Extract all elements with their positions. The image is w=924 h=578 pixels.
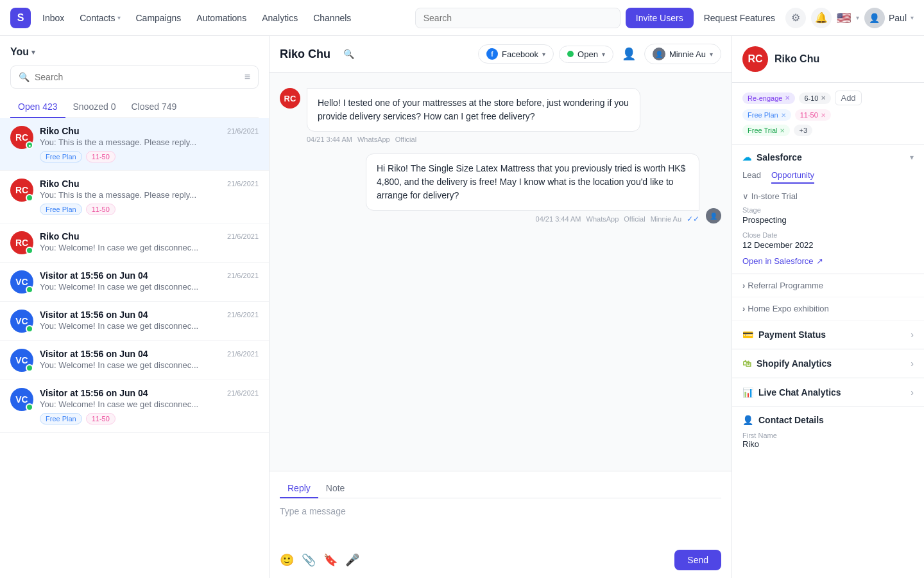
facebook-icon: f xyxy=(486,48,498,60)
avatar: RC xyxy=(10,231,33,254)
status-selector[interactable]: Open xyxy=(559,46,613,63)
you-chevron xyxy=(31,48,35,57)
home-expo-toggle[interactable]: Home Expo exhibition xyxy=(732,297,924,320)
live-chat-analytics-section: 📊 Live Chat Analytics › xyxy=(732,378,924,407)
tab-reply[interactable]: Reply xyxy=(280,479,318,498)
app-logo[interactable]: S xyxy=(10,8,31,28)
conv-preview: You: Welcome! In case we get disconnec..… xyxy=(40,399,259,409)
chat-search-button[interactable]: 🔍 xyxy=(338,44,359,64)
conv-date: 21/6/2021 xyxy=(227,127,259,135)
message-meta: 04/21 3:44 AM WhatsApp Official Minnie A… xyxy=(366,215,699,223)
agent-chevron xyxy=(710,51,713,58)
search-input[interactable] xyxy=(35,72,239,82)
tab-opportunity[interactable]: Opportunity xyxy=(771,170,814,184)
reply-input[interactable]: Type a message xyxy=(280,506,721,545)
agent-selector[interactable]: 👤 Minnie Au xyxy=(644,44,721,64)
list-item[interactable]: RC ● Riko Chu 21/6/2021 You: This is the… xyxy=(0,118,269,171)
nav-channels[interactable]: Channels xyxy=(307,9,357,27)
whatsapp-status-dot xyxy=(26,403,33,411)
search-container xyxy=(415,8,620,28)
you-dropdown[interactable]: You xyxy=(10,46,259,58)
conversation-search: 🔍 ≡ xyxy=(10,66,259,89)
user-menu[interactable]: 👤 Paul xyxy=(864,8,914,28)
bookmark-icon[interactable]: 🔖 xyxy=(323,553,338,567)
nav-campaigns[interactable]: Campaigns xyxy=(130,9,188,27)
list-item[interactable]: VC Visitor at 15:56 on Jun 04 21/6/2021 … xyxy=(0,341,269,380)
invite-users-button[interactable]: Invite Users xyxy=(626,8,694,28)
live-chat-header[interactable]: 📊 Live Chat Analytics › xyxy=(732,378,924,407)
conv-preview: You: Welcome! In case we get disconnec..… xyxy=(40,243,259,252)
contact-name: Riko Chu xyxy=(40,231,79,241)
shopify-header[interactable]: 🛍 Shopify Analytics › xyxy=(732,349,924,378)
salesforce-chevron xyxy=(910,153,914,162)
send-button[interactable]: Send xyxy=(674,550,721,570)
emoji-icon[interactable]: 🙂 xyxy=(280,553,294,567)
add-tag-button[interactable]: Add xyxy=(835,91,861,105)
status-label: Open xyxy=(578,49,598,59)
list-item[interactable]: RC Riko Chu 21/6/2021 You: Welcome! In c… xyxy=(0,223,269,263)
message-bubble: Hello! I tested one of your mattresses a… xyxy=(307,88,640,132)
contact-info: RC Riko Chu xyxy=(742,46,914,72)
in-store-trial-toggle[interactable]: In-store Trial xyxy=(742,191,914,201)
avatar: VC xyxy=(10,349,33,372)
remove-tag-re-engage[interactable]: ✕ xyxy=(785,94,790,101)
salesforce-header[interactable]: ☁ Salesforce xyxy=(732,144,924,170)
contact-details-icon: 👤 xyxy=(742,415,753,425)
list-item[interactable]: VC Visitor at 15:56 on Jun 04 21/6/2021 … xyxy=(0,263,269,302)
close-date-value: 12 December 2022 xyxy=(742,240,914,250)
payment-status-header[interactable]: 💳 Payment Status › xyxy=(732,320,924,349)
language-flag[interactable]: 🇺🇸 xyxy=(837,11,851,25)
chat-header-actions: f Facebook Open 👤 👤 Minnie Au xyxy=(478,44,721,64)
reply-actions: 🙂 📎 🔖 🎤 Send xyxy=(280,550,721,570)
status-tabs: Open 423 Snoozed 0 Closed 749 xyxy=(10,96,259,118)
attachment-icon[interactable]: 📎 xyxy=(302,553,316,567)
tag-11-50: 11-50 xyxy=(86,151,116,162)
nav-inbox[interactable]: Inbox xyxy=(36,9,71,27)
salesforce-title: ☁ Salesforce xyxy=(742,152,802,162)
tab-snoozed[interactable]: Snoozed 0 xyxy=(65,96,124,118)
chat-header: Riko Chu 🔍 f Facebook Open 👤 👤 Minnie Au xyxy=(270,36,732,73)
open-in-salesforce-link[interactable]: Open in Salesforce ↗ xyxy=(742,256,914,266)
remove-tag-6-10[interactable]: ✕ xyxy=(821,94,826,101)
tab-note[interactable]: Note xyxy=(318,479,353,498)
tag-more[interactable]: +3 xyxy=(794,125,812,136)
conv-preview: You: Welcome! In case we get disconnec..… xyxy=(40,321,259,331)
assign-agent-icon[interactable]: 👤 xyxy=(619,44,639,64)
status-chevron xyxy=(602,51,605,58)
search-input[interactable] xyxy=(415,8,620,28)
remove-tag-free-plan[interactable]: ✕ xyxy=(781,112,786,119)
list-item[interactable]: VC Visitor at 15:56 on Jun 04 21/6/2021 … xyxy=(0,380,269,433)
referral-programme-toggle[interactable]: Referral Programme xyxy=(732,274,924,297)
remove-tag-11-50[interactable]: ✕ xyxy=(821,112,826,119)
tag-6-10: 6-10 ✕ xyxy=(799,92,831,104)
conv-tags: Free Plan 11-50 xyxy=(40,204,259,215)
channel-selector[interactable]: f Facebook xyxy=(478,44,554,64)
list-item[interactable]: RC Riko Chu 21/6/2021 You: This is the a… xyxy=(0,171,269,223)
request-features-link[interactable]: Request Features xyxy=(699,13,780,23)
payment-chevron: › xyxy=(911,329,914,340)
tab-closed[interactable]: Closed 749 xyxy=(123,96,184,118)
tab-lead[interactable]: Lead xyxy=(742,170,761,184)
list-item[interactable]: VC Visitor at 15:56 on Jun 04 21/6/2021 … xyxy=(0,302,269,341)
nav-automations[interactable]: Automations xyxy=(190,9,253,27)
reply-icon-bar: 🙂 📎 🔖 🎤 xyxy=(280,553,359,567)
messages-area: RC Hello! I tested one of your mattresse… xyxy=(270,73,732,471)
external-link-icon: ↗ xyxy=(816,256,823,266)
nav-analytics[interactable]: Analytics xyxy=(255,9,304,27)
audio-icon[interactable]: 🎤 xyxy=(345,553,359,567)
contact-avatar: RC xyxy=(742,46,768,72)
tab-open[interactable]: Open 423 xyxy=(10,96,65,118)
notifications-icon[interactable]: 🔔 xyxy=(811,8,832,28)
chat-contact-name: Riko Chu xyxy=(280,48,330,61)
nav-contacts[interactable]: Contacts xyxy=(73,9,126,27)
agent-name: Minnie Au xyxy=(669,49,706,59)
avatar: RC xyxy=(10,179,33,202)
filter-icon[interactable]: ≡ xyxy=(244,71,250,83)
settings-icon[interactable]: ⚙ xyxy=(785,8,806,28)
contact-name: Riko Chu xyxy=(40,179,79,189)
message-incoming: RC Hello! I tested one of your mattresse… xyxy=(280,88,721,143)
remove-tag-free-trial[interactable]: ✕ xyxy=(780,127,785,134)
contact-name: Visitor at 15:56 on Jun 04 xyxy=(40,388,148,398)
first-name-label: First Name xyxy=(742,432,914,439)
channel-chevron xyxy=(542,51,545,58)
